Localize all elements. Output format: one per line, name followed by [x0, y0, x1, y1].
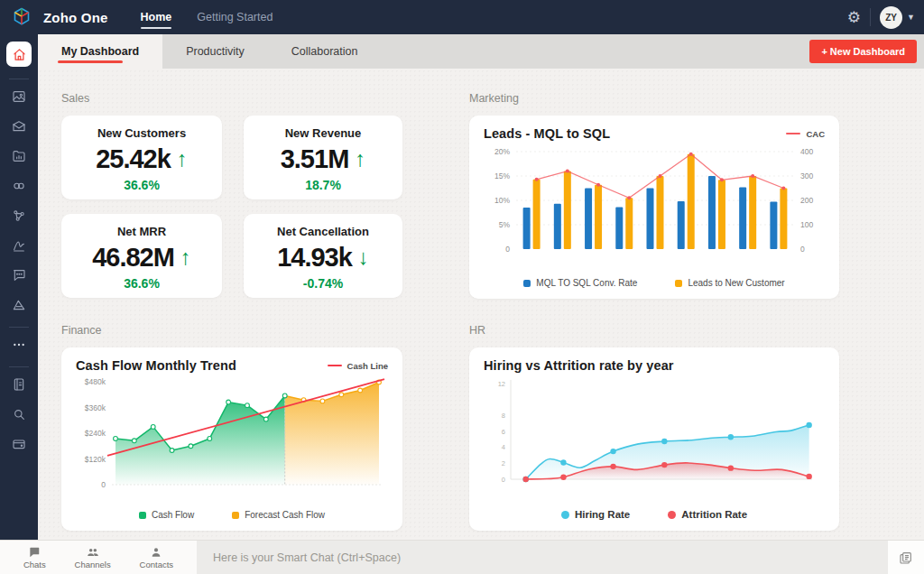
gear-icon[interactable]: ⚙ — [847, 10, 861, 25]
clipboard-panel-button[interactable] — [888, 541, 924, 574]
svg-text:100: 100 — [800, 220, 813, 229]
chats-button[interactable]: Chats — [23, 546, 46, 569]
more-icon — [12, 338, 26, 352]
kpi-value: 14.93k — [277, 243, 352, 273]
home-icon — [13, 48, 26, 61]
hr-chart: 0246812 — [484, 375, 825, 507]
marketing-chart-svg: 05%10%15%20%0100200300400 — [484, 143, 825, 267]
legend-swatch-orange — [232, 512, 239, 519]
hr-chart-card[interactable]: Hiring vs Attrition rate by year 0246812… — [469, 347, 839, 531]
bottombar: Chats Channels Contacts — [0, 540, 924, 574]
arrow-up-icon: ↑ — [177, 148, 188, 170]
sidebar-item-wallet[interactable] — [6, 432, 32, 456]
svg-text:0: 0 — [502, 476, 505, 484]
legend-swatch-orange — [675, 280, 682, 287]
svg-text:4: 4 — [502, 443, 505, 451]
marketing-section-label: Marketing — [469, 92, 839, 105]
marketing-section: Marketing Leads - MQL to SQL CAC 05%10% — [469, 92, 839, 299]
arrow-down-icon: ↓ — [358, 246, 369, 268]
legend-dot-cyan — [561, 511, 569, 519]
smart-chat-input[interactable] — [213, 551, 855, 564]
dashboard-content: Sales New Customers 25.42k↑ 36.6% New Re… — [38, 69, 924, 540]
new-dashboard-button[interactable]: + New Dashboard — [809, 40, 917, 63]
nav-getting-started[interactable]: Getting Started — [197, 0, 273, 34]
folder-chart-icon — [12, 149, 26, 163]
sidebar — [0, 34, 38, 540]
legend-swatch-blue — [523, 280, 531, 287]
contacts-button[interactable]: Contacts — [140, 546, 174, 569]
network-icon — [12, 208, 26, 223]
sidebar-divider — [9, 327, 29, 328]
svg-text:2: 2 — [502, 459, 505, 468]
sidebar-item-gallery[interactable] — [6, 85, 32, 108]
chart-title: Cash Flow Monthly Trend — [76, 358, 236, 373]
analytics-icon — [12, 298, 26, 312]
svg-text:20%: 20% — [494, 147, 510, 156]
tab-my-dashboard[interactable]: My Dashboard — [38, 34, 162, 69]
sidebar-item-mail[interactable] — [6, 115, 32, 138]
finance-section-label: Finance — [61, 324, 402, 337]
svg-text:0: 0 — [800, 245, 805, 254]
legend-line-swatch — [786, 133, 800, 135]
chat-bubble-icon — [12, 268, 26, 282]
sidebar-item-notebook[interactable] — [6, 373, 32, 396]
signature-icon — [12, 238, 26, 253]
user-menu[interactable]: ZY ▼ — [880, 6, 915, 29]
hr-section: HR Hiring vs Attrition rate by year 0246… — [469, 324, 839, 531]
search-icon — [12, 407, 26, 421]
kpi-title: Net Cancellation — [277, 225, 369, 238]
sidebar-divider — [9, 366, 29, 367]
gallery-icon — [12, 89, 26, 104]
sidebar-item-chat[interactable] — [6, 264, 32, 287]
svg-text:10%: 10% — [494, 196, 510, 205]
sidebar-divider — [9, 79, 29, 79]
kpi-new-customers[interactable]: New Customers 25.42k↑ 36.6% — [61, 116, 222, 199]
svg-text:$480k: $480k — [85, 377, 106, 386]
svg-text:6: 6 — [502, 428, 505, 436]
legend-line-swatch — [328, 365, 342, 367]
cash-line-legend: Cash Line — [328, 361, 388, 371]
svg-text:0: 0 — [505, 245, 510, 254]
svg-text:$120k: $120k — [85, 455, 106, 464]
sidebar-item-analytics[interactable] — [6, 293, 32, 317]
sidebar-item-sign[interactable] — [6, 234, 32, 257]
sidebar-item-link[interactable] — [6, 174, 32, 198]
sidebar-item-home[interactable] — [6, 42, 32, 67]
kpi-net-mrr[interactable]: Net MRR 46.82M↑ 36.6% — [61, 214, 222, 298]
kpi-net-cancellation[interactable]: Net Cancellation 14.93k↓ -0.74% — [244, 214, 402, 298]
kpi-change: -0.74% — [303, 276, 343, 291]
finance-chart-card[interactable]: Cash Flow Monthly Trend Cash Line 0$120k… — [61, 347, 402, 531]
marketing-legend: MQL TO SQL Conv. Rate Leads to New Custo… — [484, 276, 825, 292]
kpi-new-revenue[interactable]: New Revenue 3.51M↑ 18.7% — [244, 116, 402, 199]
avatar[interactable]: ZY — [880, 6, 902, 29]
arrow-up-icon: ↑ — [355, 148, 365, 170]
marketing-chart-card[interactable]: Leads - MQL to SQL CAC 05%10%15%20%01002… — [469, 116, 839, 299]
chart-title: Leads - MQL to SQL — [484, 126, 610, 141]
sidebar-item-search[interactable] — [6, 403, 32, 426]
hr-section-label: HR — [469, 324, 839, 337]
hr-chart-svg: 0246812 — [484, 375, 825, 494]
sidebar-item-more[interactable] — [6, 333, 32, 356]
kpi-value: 3.51M — [281, 144, 349, 174]
channels-button[interactable]: Channels — [75, 546, 111, 569]
cac-legend: CAC — [786, 129, 825, 139]
chat-dock: Chats Channels Contacts — [0, 541, 197, 574]
chat-bubble-icon — [28, 546, 41, 559]
kpi-change: 36.6% — [124, 178, 160, 192]
tab-collaboration[interactable]: Collaboration — [268, 34, 382, 69]
brand-title: Zoho One — [43, 10, 108, 25]
topbar: Zoho One Home Getting Started ⚙ ZY ▼ — [0, 0, 924, 34]
svg-text:200: 200 — [800, 196, 813, 205]
topbar-right: ⚙ ZY ▼ — [847, 6, 915, 29]
tab-productivity[interactable]: Productivity — [162, 34, 268, 69]
nav-home[interactable]: Home — [141, 0, 172, 34]
hr-legend: Hiring Rate Attrition Rate — [484, 507, 825, 523]
top-nav: Home Getting Started — [141, 0, 273, 34]
notebook-icon — [12, 377, 26, 392]
svg-text:$360k: $360k — [85, 403, 106, 412]
sidebar-item-network[interactable] — [6, 204, 32, 227]
copy-docs-icon — [899, 551, 913, 565]
sidebar-item-reports[interactable] — [6, 144, 32, 168]
chart-title: Hiring vs Attrition rate by year — [484, 358, 674, 373]
zoho-one-app: Zoho One Home Getting Started ⚙ ZY ▼ — [0, 0, 924, 574]
